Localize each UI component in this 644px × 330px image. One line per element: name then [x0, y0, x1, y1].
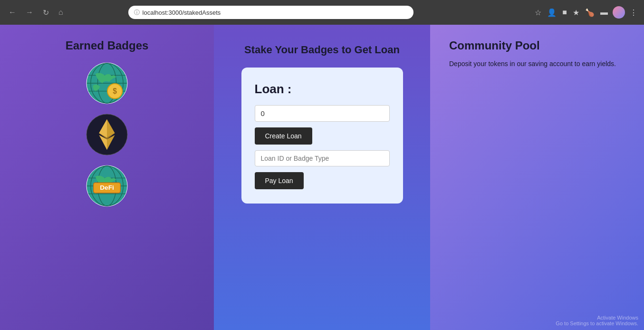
loan-id-input[interactable] — [255, 150, 390, 166]
profile-icon[interactable]: 👤 — [546, 7, 557, 18]
globe-dollar-badge: $ — [86, 62, 128, 105]
reload-button[interactable]: ↻ — [40, 6, 52, 19]
earned-badges-title: Earned Badges — [66, 39, 149, 52]
extension3-icon[interactable]: 🍗 — [584, 7, 596, 18]
stake-title: Stake Your Badges to Get Loan — [244, 44, 400, 56]
svg-text:DeFi: DeFi — [100, 184, 114, 191]
address-bar[interactable]: ⓘ localhost:3000/stakedAssets — [128, 6, 413, 19]
loan-card: Loan : Create Loan Pay Loan — [241, 68, 403, 204]
info-icon: ⓘ — [134, 9, 140, 17]
svg-text:$: $ — [113, 87, 117, 95]
right-panel: Community Pool Deposit your tokens in ou… — [430, 25, 644, 330]
community-pool-title: Community Pool — [449, 39, 625, 52]
url-text: localhost:3000/stakedAssets — [143, 9, 221, 16]
browser-actions: ☆ 👤 ■ ★ 🍗 ▬ ⋮ — [534, 6, 638, 19]
extension4-icon[interactable]: ▬ — [599, 7, 609, 18]
ethereum-badge — [86, 113, 128, 156]
home-button[interactable]: ⌂ — [56, 6, 66, 19]
extension1-icon[interactable]: ■ — [561, 7, 568, 18]
extension2-icon[interactable]: ★ — [572, 7, 580, 18]
browser-chrome: ← → ↻ ⌂ ⓘ localhost:3000/stakedAssets ☆ … — [0, 0, 644, 25]
community-pool-description: Deposit your tokens in our saving accoun… — [449, 60, 625, 68]
middle-panel: Stake Your Badges to Get Loan Loan : Cre… — [214, 25, 430, 330]
left-panel: Earned Badges $ — [0, 25, 214, 330]
loan-amount-input[interactable] — [255, 105, 390, 122]
back-button[interactable]: ← — [6, 6, 19, 19]
forward-button[interactable]: → — [23, 6, 36, 19]
badges-container: $ — [86, 62, 128, 207]
defi-badge: DeFi — [86, 165, 128, 207]
star-icon[interactable]: ☆ — [534, 7, 542, 18]
main-content: Earned Badges $ — [0, 25, 644, 330]
create-loan-button[interactable]: Create Loan — [255, 127, 312, 145]
pay-loan-button[interactable]: Pay Loan — [255, 172, 304, 189]
menu-icon[interactable]: ⋮ — [629, 7, 638, 18]
loan-label: Loan : — [255, 82, 390, 97]
user-avatar[interactable] — [613, 6, 625, 19]
